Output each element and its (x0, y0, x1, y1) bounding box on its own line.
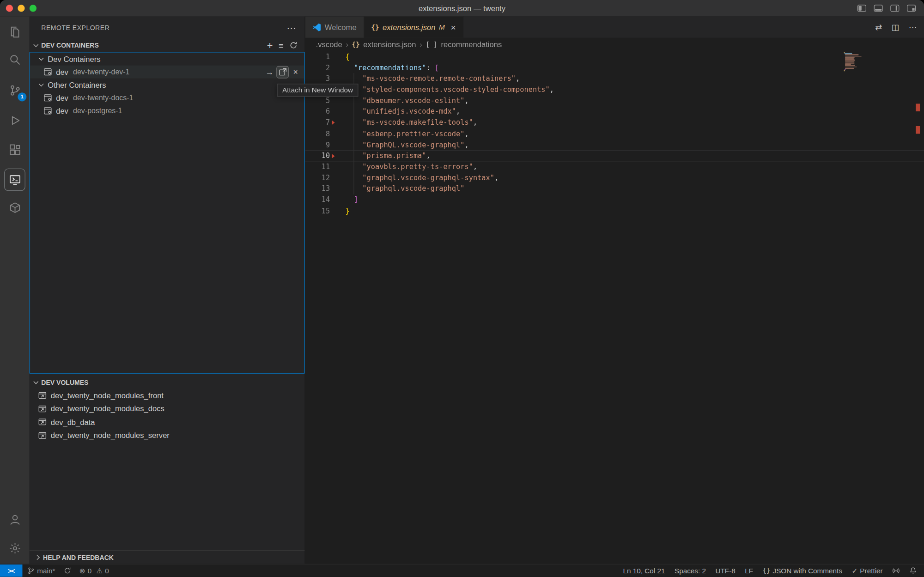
code-line[interactable]: 2 "recommendations": [ (305, 62, 924, 73)
symbol-array-icon: [ ] (426, 40, 437, 48)
filter-list-icon[interactable]: ≡ (279, 41, 283, 49)
close-window-button[interactable] (6, 5, 13, 12)
code-line[interactable]: 14 ] (305, 194, 924, 206)
chevron-down-icon (39, 81, 44, 86)
customize-layout-icon[interactable] (907, 5, 916, 12)
breadcrumb-folder[interactable]: .vscode (316, 40, 342, 49)
toggle-primary-sidebar-icon[interactable] (857, 5, 866, 12)
code-line[interactable]: 4 "styled-components.vscode-styled-compo… (305, 84, 924, 95)
screencast-icon[interactable] (892, 567, 900, 575)
branch-status[interactable]: main* (27, 567, 55, 575)
code-line[interactable]: 7 "ms-vscode.makefile-tools", (305, 117, 924, 128)
activity-item-accounts[interactable] (0, 505, 30, 534)
activity-item-search[interactable] (0, 45, 30, 73)
container-item-dev-twenty-dev-1[interactable]: devdev-twenty-dev-1→× (30, 66, 304, 79)
activity-item-explorer[interactable] (0, 18, 30, 46)
code-line[interactable]: 15} (305, 206, 924, 217)
tab-extensions-json[interactable]: {} extensions.json M × (364, 17, 463, 38)
scm-badge: 1 (18, 92, 26, 101)
code-text: } (345, 206, 349, 217)
container-icon (43, 106, 52, 115)
section-help-and-feedback[interactable]: HELP AND FEEDBACK (30, 551, 305, 564)
chevron-right-icon (35, 555, 40, 560)
files-icon (8, 25, 21, 38)
section-actions: + ≡ (267, 40, 305, 50)
activity-item-dev-containers[interactable] (0, 193, 30, 221)
indentation-status[interactable]: Spaces: 2 (675, 567, 706, 575)
volume-label: dev_db_data (51, 418, 95, 426)
stop-container-button[interactable]: × (290, 66, 301, 77)
git-branch-icon (27, 567, 35, 575)
line-number: 1 (305, 51, 336, 62)
minimap-line (845, 64, 851, 65)
minimize-window-button[interactable] (18, 5, 24, 12)
language-mode[interactable]: {} JSON with Comments (762, 567, 842, 575)
formatter-status[interactable]: ✓ Prettier (851, 567, 882, 575)
code-editor[interactable]: 1{2 "recommendations": [3 "ms-vscode-rem… (305, 51, 924, 564)
code-line[interactable]: 8 "esbenp.prettier-vscode", (305, 128, 924, 140)
eol-status[interactable]: LF (745, 567, 753, 575)
remote-indicator[interactable]: >< (0, 565, 22, 577)
minimap-line (845, 58, 854, 59)
refresh-icon[interactable] (289, 41, 298, 49)
code-text: "recommendations": [ (345, 62, 439, 73)
minimap-line (845, 67, 854, 68)
volume-icon (38, 431, 47, 440)
tab-welcome[interactable]: Welcome (305, 17, 364, 38)
activity-item-source-control[interactable]: 1 (0, 76, 30, 104)
code-line[interactable]: 10 "prisma.prisma", (305, 150, 924, 161)
code-line[interactable]: 12 "graphql.vscode-graphql-syntax", (305, 172, 924, 183)
overview-ruler-mark (916, 103, 920, 111)
volume-item[interactable]: dev_twenty_node_modules_server (30, 429, 305, 442)
encoding-status[interactable]: UTF-8 (715, 567, 735, 575)
split-editor-icon[interactable]: ◫ (892, 22, 900, 31)
close-tab-icon[interactable]: × (451, 22, 456, 32)
cursor-position[interactable]: Ln 10, Col 21 (623, 567, 665, 575)
section-dev-containers-header[interactable]: DEV CONTAINERS + ≡ (30, 39, 305, 52)
activity-item-remote-explorer[interactable] (0, 165, 30, 194)
new-container-icon[interactable]: + (267, 40, 273, 50)
code-line[interactable]: 13 "graphql.vscode-graphql" (305, 183, 924, 194)
container-group[interactable]: Dev Containers (30, 53, 304, 66)
warning-icon: ⚠ (96, 567, 103, 575)
code-line[interactable]: 6 "unifiedjs.vscode-mdx", (305, 106, 924, 117)
breadcrumb-file[interactable]: extensions.json (363, 40, 416, 49)
code-line[interactable]: 1{ (305, 51, 924, 62)
toggle-panel-icon[interactable] (874, 5, 883, 12)
container-item-dev-postgres-1[interactable]: devdev-postgres-1 (30, 104, 304, 117)
container-group[interactable]: Other Containers (30, 79, 304, 91)
activity-item-extensions[interactable] (0, 135, 30, 164)
container-description: dev-postgres-1 (73, 107, 122, 115)
minimap[interactable] (844, 52, 872, 72)
attach-container-button[interactable]: → (264, 66, 275, 77)
volume-item[interactable]: dev_twenty_node_modules_front (30, 389, 305, 402)
run-debug-icon (8, 114, 21, 127)
code-text: "prisma.prisma", (345, 150, 430, 161)
volume-item[interactable]: dev_db_data (30, 415, 305, 429)
more-actions-icon[interactable]: ⋯ (287, 22, 297, 33)
code-line[interactable]: 9 "GraphQL.vscode-graphql", (305, 140, 924, 151)
volume-item[interactable]: dev_twenty_node_modules_docs (30, 402, 305, 416)
search-icon (8, 53, 21, 66)
sync-status[interactable] (63, 567, 71, 575)
code-line[interactable]: 11 "yoavbls.pretty-ts-errors", (305, 161, 924, 172)
activity-item-settings[interactable] (0, 534, 30, 562)
toggle-secondary-sidebar-icon[interactable] (890, 5, 899, 12)
container-item-dev-twenty-docs-1[interactable]: devdev-twenty-docs-1 (30, 91, 304, 104)
more-actions-icon[interactable]: ⋯ (909, 22, 917, 31)
sidebar-title: REMOTE EXPLORER (41, 24, 109, 31)
git-change-marker-icon (332, 153, 334, 158)
container-name: dev (56, 67, 68, 76)
open-changes-icon[interactable]: ⇄ (875, 22, 882, 31)
section-dev-volumes-header[interactable]: DEV VOLUMES (30, 376, 305, 389)
problems-status[interactable]: ⊗ 0 ⚠ 0 (79, 567, 109, 575)
code-line[interactable]: 3 "ms-vscode-remote.remote-containers", (305, 73, 924, 85)
notifications-bell-icon[interactable] (909, 567, 917, 575)
activity-item-run-and-debug[interactable] (0, 106, 30, 134)
breadcrumb-symbol[interactable]: recommendations (441, 40, 502, 49)
error-count: 0 (88, 567, 92, 575)
code-line[interactable]: 5 "dbaeumer.vscode-eslint", (305, 95, 924, 106)
attach-new-window-button[interactable] (277, 66, 288, 77)
title-bar[interactable]: extensions.json — twenty (0, 0, 924, 17)
zoom-window-button[interactable] (30, 5, 36, 12)
